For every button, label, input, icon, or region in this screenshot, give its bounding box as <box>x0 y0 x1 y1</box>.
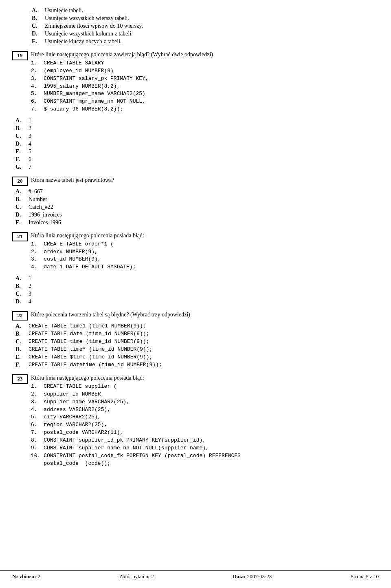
list-item: A. CREATE TABLE time1 (time1 NUMBER(9)); <box>12 323 379 329</box>
answer-letter: C. <box>15 338 29 345</box>
question-22-answers: A. CREATE TABLE time1 (time1 NUMBER(9));… <box>12 323 379 368</box>
answer-letter: A. <box>15 188 29 195</box>
list-item: D. CREATE TABLE time* (time_id NUMBER(9)… <box>12 346 379 353</box>
list-item: F. 6 <box>12 156 379 163</box>
answer-code: CREATE TABLE datetime (time_id NUMBER(9)… <box>29 362 162 368</box>
footer-zbior: Zbiór pytań nr 2 <box>119 573 154 580</box>
footer-data: Data: 2007-03-23 <box>233 573 272 580</box>
answer-text: 3 <box>29 133 31 139</box>
answer-text: 1996_invoices <box>29 212 62 218</box>
answer-text-c: Zmniejszenie ilości wpisów do 10 wierszy… <box>45 23 143 29</box>
answer-code: CREATE TABLE time (time_id NUMBER(9)); <box>29 338 149 345</box>
answer-text: 4 <box>29 141 31 147</box>
answer-letter: C. <box>15 204 29 210</box>
answer-letter: A. <box>15 275 29 282</box>
list-item: C. Catch_#22 <box>12 204 379 210</box>
answer-letter: C. <box>15 133 29 139</box>
question-19-answers: A. 1 B. 2 C. 3 D. 4 E. 5 F. 6 G. 7 <box>12 117 379 170</box>
answer-text: 7 <box>29 164 31 170</box>
answer-text: Invoices-1996 <box>29 219 61 226</box>
page-content: A. Usunięcie tabeli. B. Usunięcie wszyst… <box>0 0 391 496</box>
list-item: G. 7 <box>12 164 379 170</box>
list-item: C. 3 <box>12 291 379 297</box>
footer-strona: Strona 5 z 10 <box>351 573 379 580</box>
answer-letter: A. <box>15 323 29 329</box>
question-23-code: 1. CREATE TABLE supplier ( 2. supplier_i… <box>31 383 379 467</box>
list-item: B. 2 <box>12 125 379 132</box>
question-20-text: Która nazwa tabeli jest prawidłowa? <box>31 177 114 183</box>
question-23: 23 Która linia następującego polecenia p… <box>12 374 379 469</box>
question-20: 20 Która nazwa tabeli jest prawidłowa? <box>12 176 379 186</box>
answer-letter: B. <box>15 125 29 132</box>
answer-letter: E. <box>15 219 29 226</box>
answer-letter: C. <box>15 291 29 297</box>
question-21-code: 1. CREATE TABLE order*1 ( 2. order# NUMB… <box>31 241 379 271</box>
list-item: B. Number <box>12 196 379 203</box>
answer-text-a: Usunięcie tabeli. <box>45 7 83 14</box>
answer-code: CREATE TABLE date (time_id NUMBER(9)); <box>29 331 149 337</box>
list-item: E. CREATE TABLE $time (time_id NUMBER(9)… <box>12 354 379 360</box>
list-item: C. 3 <box>12 133 379 139</box>
list-item: B. CREATE TABLE date (time_id NUMBER(9))… <box>12 331 379 337</box>
answer-letter: G. <box>15 164 29 170</box>
question-number-23: 23 <box>12 374 28 384</box>
answer-text: 1 <box>29 275 31 282</box>
answer-letter: B. <box>15 283 29 290</box>
answer-letter-e: E. <box>32 38 45 45</box>
question-number-22: 22 <box>12 311 28 321</box>
question-22: 22 Które polecenia tworzenia tabel są bł… <box>12 310 379 321</box>
answer-letter: E. <box>15 354 29 360</box>
question-number-19: 19 <box>12 51 28 60</box>
question-20-answers: A. #_667 B. Number C. Catch_#22 D. 1996_… <box>12 188 379 226</box>
list-item: A. Usunięcie tabeli. <box>29 7 379 14</box>
answer-letter: F. <box>15 362 29 368</box>
answer-text-e: Usunięcie kluczy obcych z tabeli. <box>45 38 122 45</box>
answer-text: Catch_#22 <box>29 204 53 210</box>
answer-text: 5 <box>29 148 31 155</box>
answer-text: #_667 <box>29 188 43 195</box>
question-19: 19 Które linie następującego polecenia z… <box>12 50 379 115</box>
answer-text: 4 <box>29 298 31 305</box>
list-item: E. Invoices-1996 <box>12 219 379 226</box>
answer-text: 2 <box>29 283 31 290</box>
list-item: D. 1996_invoices <box>12 212 379 218</box>
list-item: B. 2 <box>12 283 379 290</box>
answer-text: 3 <box>29 291 31 297</box>
answer-letter: D. <box>15 346 29 353</box>
answer-letter-a: A. <box>32 7 45 14</box>
answer-letter: D. <box>15 212 29 218</box>
answer-letter: D. <box>15 298 29 305</box>
question-22-content: Które polecenia tworzenia tabel są błędn… <box>31 310 379 319</box>
list-item: A. 1 <box>12 275 379 282</box>
question-22-text: Które polecenia tworzenia tabel są błędn… <box>31 312 190 318</box>
answer-text-b: Usunięcie wszystkich wierszy tabeli. <box>45 15 129 22</box>
answer-letter: D. <box>15 141 29 147</box>
answer-text: 6 <box>29 156 31 163</box>
question-23-text: Która linia następującego polecenia posi… <box>31 375 144 381</box>
list-item: F. CREATE TABLE datetime (time_id NUMBER… <box>12 362 379 368</box>
question-21-content: Która linia następującego polecenia posi… <box>31 231 379 273</box>
answer-code: CREATE TABLE time1 (time1 NUMBER(9)); <box>29 323 146 329</box>
list-item: C. Zmniejszenie ilości wpisów do 10 wier… <box>29 23 379 29</box>
footer-data-label: Data: <box>233 573 246 580</box>
answer-text: Number <box>29 196 47 203</box>
question-21-text: Która linia następującego polecenia posi… <box>31 232 144 239</box>
list-item: D. 4 <box>12 298 379 305</box>
footer-zbior-label: Zbiór pytań nr 2 <box>119 573 154 580</box>
question-21-answers: A. 1 B. 2 C. 3 D. 4 <box>12 275 379 305</box>
question-number-20: 20 <box>12 177 28 186</box>
page-footer: Nr zbioru: 2 Zbiór pytań nr 2 Data: 2007… <box>0 570 391 582</box>
question-19-content: Które linie następującego polecenia zawi… <box>31 50 379 115</box>
footer-data-value: 2007-03-23 <box>247 573 272 580</box>
question-19-text: Które linie następującego polecenia zawi… <box>31 51 213 57</box>
answer-letter-d: D. <box>32 31 45 37</box>
question-21: 21 Która linia następującego polecenia p… <box>12 231 379 273</box>
answer-letter: E. <box>15 148 29 155</box>
list-item: A. 1 <box>12 117 379 124</box>
list-item: D. Usunięcie wszystkich kolumn z tabeli. <box>29 31 379 37</box>
answer-text-d: Usunięcie wszystkich kolumn z tabeli. <box>45 31 133 37</box>
answer-code: CREATE TABLE $time (time_id NUMBER(9)); <box>29 354 152 360</box>
answer-letter: F. <box>15 156 29 163</box>
answer-letter: B. <box>15 196 29 203</box>
answer-text: 2 <box>29 125 31 132</box>
